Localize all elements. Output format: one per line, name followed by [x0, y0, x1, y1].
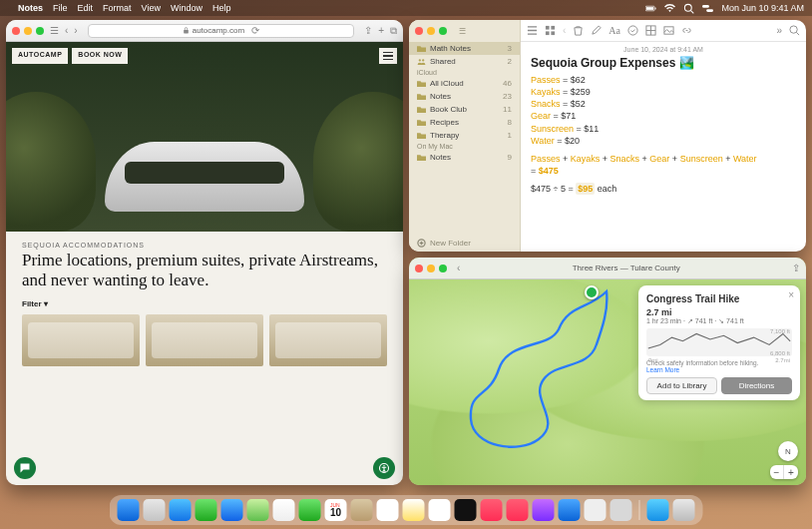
dock-news[interactable]	[507, 499, 529, 521]
zoom-button[interactable]	[439, 27, 447, 35]
table-icon[interactable]	[645, 25, 656, 36]
zoom-in-button[interactable]: +	[784, 465, 798, 479]
filter-button[interactable]: Filter ▾	[6, 299, 403, 314]
close-button[interactable]	[12, 27, 20, 35]
reload-icon[interactable]: ⟳	[251, 25, 259, 36]
svg-point-20	[790, 26, 797, 33]
sidebar-item-recipes[interactable]: Recipes8	[409, 116, 520, 129]
back-icon[interactable]: ‹	[65, 25, 68, 36]
dock-maps[interactable]	[247, 499, 269, 521]
learn-more-link[interactable]: Learn More	[646, 366, 679, 373]
thumb-2[interactable]	[146, 314, 263, 366]
dock-launchpad[interactable]	[144, 499, 166, 521]
dock-notes[interactable]	[403, 499, 425, 521]
tabs-icon[interactable]: ⧉	[390, 25, 397, 37]
menu-help[interactable]: Help	[212, 3, 231, 13]
hamburger-menu[interactable]	[379, 48, 397, 64]
brand-logo[interactable]: AUTOCAMP	[12, 48, 68, 64]
sidebar-toggle-icon[interactable]: ☰	[459, 27, 466, 36]
sidebar-item-shared[interactable]: Shared 2	[409, 55, 520, 68]
compass-button[interactable]: N	[778, 441, 798, 461]
dock-freeform[interactable]	[429, 499, 451, 521]
menubar-clock[interactable]: Mon Jun 10 9:41 AM	[721, 3, 804, 13]
sidebar-item-notes[interactable]: Notes23	[409, 90, 520, 103]
dock-contacts[interactable]	[351, 499, 373, 521]
minimize-button[interactable]	[24, 27, 32, 35]
menu-file[interactable]: File	[53, 3, 68, 13]
trail-card: × Congress Trail Hike 2.7 mi 1 hr 23 min…	[638, 285, 800, 400]
thumb-1[interactable]	[22, 314, 140, 366]
book-now-button[interactable]: BOOK NOW	[72, 48, 128, 64]
battery-icon[interactable]	[645, 3, 656, 14]
minimize-button[interactable]	[427, 264, 435, 272]
dock-mail[interactable]	[221, 499, 243, 521]
minimize-button[interactable]	[427, 27, 435, 35]
dock-finder[interactable]	[118, 499, 140, 521]
menu-view[interactable]: View	[142, 3, 161, 13]
dock-facetime[interactable]	[299, 499, 321, 521]
menu-window[interactable]: Window	[171, 3, 203, 13]
back-icon[interactable]: ‹	[457, 263, 460, 273]
thumb-3[interactable]	[269, 314, 387, 366]
sidebar-item-math-notes[interactable]: Math Notes 3	[409, 42, 520, 55]
dock-music[interactable]	[481, 499, 503, 521]
close-icon[interactable]: ×	[788, 289, 794, 300]
accessibility-fab[interactable]	[373, 457, 395, 479]
menu-format[interactable]: Format	[103, 3, 132, 13]
back-icon[interactable]: ‹	[563, 25, 566, 36]
add-to-library-button[interactable]: Add to Library	[646, 377, 717, 394]
dock-tv[interactable]	[455, 499, 477, 521]
dock-passwords[interactable]	[585, 499, 607, 521]
sidebar-item-all-icloud[interactable]: All iCloud46	[409, 77, 520, 90]
zoom-out-button[interactable]: −	[770, 465, 784, 479]
trash-icon[interactable]	[573, 25, 584, 36]
new-tab-icon[interactable]: +	[378, 25, 384, 36]
sidebar-icon[interactable]: ☰	[50, 25, 59, 36]
dock-podcasts[interactable]	[533, 499, 555, 521]
dock-safari[interactable]	[170, 499, 192, 521]
zoom-button[interactable]	[439, 264, 447, 272]
control-center-icon[interactable]	[702, 3, 713, 14]
link-icon[interactable]	[681, 25, 692, 36]
gallery-view-icon[interactable]	[545, 25, 556, 36]
traffic-lights[interactable]	[415, 264, 447, 272]
zoom-button[interactable]	[36, 27, 44, 35]
app-menu[interactable]: Notes	[18, 3, 43, 13]
more-icon[interactable]: »	[776, 25, 782, 36]
dock-messages[interactable]	[196, 499, 217, 521]
search-icon[interactable]	[789, 25, 800, 36]
address-bar[interactable]: autocamp.com ⟳	[88, 24, 354, 38]
sidebar-item-local-notes[interactable]: Notes9	[409, 151, 520, 164]
sidebar-item-therapy[interactable]: Therapy1	[409, 129, 520, 142]
close-button[interactable]	[415, 264, 423, 272]
dock-calendar[interactable]: JUN10	[325, 499, 347, 521]
svg-rect-15	[546, 31, 550, 35]
trailhead-pin[interactable]	[585, 285, 599, 299]
close-button[interactable]	[415, 27, 423, 35]
traffic-lights[interactable]	[12, 27, 44, 35]
dock-trash[interactable]	[673, 499, 695, 521]
dock-settings[interactable]	[610, 499, 632, 521]
menu-edit[interactable]: Edit	[78, 3, 94, 13]
dock-appstore[interactable]	[559, 499, 581, 521]
dock-reminders[interactable]	[377, 499, 399, 521]
share-icon[interactable]: ⇪	[364, 25, 372, 36]
forward-icon[interactable]: ›	[74, 25, 77, 36]
dock-photos[interactable]	[273, 499, 295, 521]
wifi-icon[interactable]	[664, 3, 675, 14]
sidebar-item-book-club[interactable]: Book Club11	[409, 103, 520, 116]
compose-icon[interactable]	[591, 25, 602, 36]
search-icon[interactable]	[683, 3, 694, 14]
directions-button[interactable]: Directions	[721, 377, 792, 394]
format-icon[interactable]: Aa	[609, 25, 620, 36]
note-body[interactable]: June 10, 2024 at 9:41 AM Sequoia Group E…	[521, 42, 806, 201]
media-icon[interactable]	[663, 25, 674, 36]
checklist-icon[interactable]	[627, 25, 638, 36]
svg-line-4	[691, 10, 694, 13]
list-view-icon[interactable]	[527, 25, 538, 36]
share-icon[interactable]: ⇪	[792, 263, 800, 273]
traffic-lights[interactable]	[415, 27, 447, 35]
new-folder-button[interactable]: New Folder	[409, 235, 520, 252]
chat-fab[interactable]	[14, 457, 36, 479]
dock-downloads[interactable]	[647, 499, 669, 521]
